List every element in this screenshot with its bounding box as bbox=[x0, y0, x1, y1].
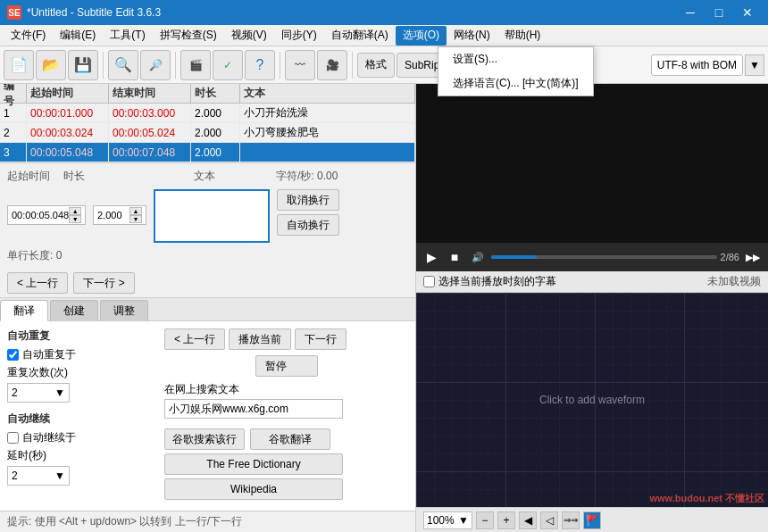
spell-check-button[interactable]: ✓ bbox=[213, 50, 243, 80]
zoom-minus-button[interactable]: − bbox=[476, 511, 494, 529]
row2-text: 小刀弯腰捡肥皂 bbox=[240, 123, 415, 142]
pause-button[interactable]: 暂停 bbox=[255, 355, 318, 377]
wf-nav-right[interactable]: ⇒⇒ bbox=[562, 511, 580, 529]
info-button[interactable]: ? bbox=[245, 50, 275, 80]
volume-button[interactable]: 🔊 bbox=[468, 247, 488, 267]
left-controls: 自动重复 自动重复于 重复次数(次) 2 ▼ bbox=[7, 328, 150, 503]
menu-help[interactable]: 帮助(H) bbox=[497, 26, 548, 46]
waveform-placeholder[interactable]: Click to add waveform bbox=[539, 394, 645, 406]
open-button[interactable]: 📂 bbox=[36, 50, 66, 80]
tab-create[interactable]: 创建 bbox=[50, 300, 98, 321]
zoom-select[interactable]: 100% ▼ bbox=[423, 511, 472, 529]
wikipedia-button[interactable]: Wikipedia bbox=[164, 478, 343, 500]
char-count-label: 单行长度: 0 bbox=[7, 249, 62, 262]
new-button[interactable]: 📄 bbox=[4, 50, 34, 80]
dur-up[interactable]: ▲ bbox=[129, 207, 142, 215]
tab-next-button[interactable]: 下一行 bbox=[295, 328, 346, 350]
delay-label: 延时(秒) bbox=[7, 449, 46, 461]
menu-network[interactable]: 网络(N) bbox=[447, 26, 497, 46]
maximize-button[interactable]: □ bbox=[705, 3, 732, 22]
menu-translate[interactable]: 自动翻译(A) bbox=[324, 26, 396, 46]
row1-text: 小刀开始洗澡 bbox=[240, 104, 415, 122]
repeat-count-select[interactable]: 2 ▼ bbox=[7, 383, 70, 403]
auto-break-button[interactable]: 自动换行 bbox=[277, 214, 339, 236]
menu-video[interactable]: 视频(V) bbox=[224, 26, 274, 46]
menu-spell[interactable]: 拼写检查(S) bbox=[153, 26, 224, 46]
encoding-label: UTF-8 with BOM bbox=[657, 59, 737, 71]
video-forward-button[interactable]: ▶▶ bbox=[743, 247, 763, 267]
dur-input[interactable]: 2.000 ▲ ▼ bbox=[93, 205, 146, 225]
no-video-label: 未加载视频 bbox=[707, 274, 761, 289]
app-icon: SE bbox=[7, 5, 21, 20]
progress-bar[interactable] bbox=[491, 255, 717, 259]
right-controls: < 上一行 播放当前 下一行 暂停 bbox=[164, 328, 408, 503]
menu-bar: 文件(F) 编辑(E) 工具(T) 拼写检查(S) 视频(V) 同步(Y) 自动… bbox=[0, 25, 768, 46]
cancel-break-button[interactable]: 取消换行 bbox=[277, 189, 339, 211]
waveform-button[interactable]: 〰 bbox=[285, 50, 315, 80]
table-row[interactable]: 3 00:00:05.048 00:00:07.048 2.000 bbox=[0, 143, 415, 162]
replace-button[interactable]: 🔎 bbox=[140, 50, 171, 80]
wf-nav-left[interactable]: ◁ bbox=[540, 511, 558, 529]
stop-button[interactable]: ■ bbox=[445, 247, 464, 267]
tab-translate[interactable]: 翻译 bbox=[0, 300, 48, 321]
start-time-up[interactable]: ▲ bbox=[69, 207, 81, 215]
auto-repeat-group: 自动重复 自动重复于 重复次数(次) 2 ▼ bbox=[7, 328, 150, 403]
waveform-checkbox-label: 选择当前播放时刻的字幕 bbox=[438, 274, 556, 289]
waveform-canvas[interactable]: Click to add waveform bbox=[416, 293, 768, 507]
row3-num: 3 bbox=[0, 143, 27, 162]
subtitle-select-checkbox[interactable] bbox=[423, 276, 435, 287]
free-dictionary-button[interactable]: The Free Dictionary bbox=[164, 453, 343, 475]
encoding-dropdown[interactable]: ▼ bbox=[745, 54, 764, 76]
bottom-tabs-area: 翻译 创建 调整 自动重复 自动重复于 重复次数(次) bbox=[0, 297, 415, 511]
google-search-button[interactable]: 谷歌搜索该行 bbox=[164, 428, 245, 450]
online-search-input[interactable] bbox=[164, 399, 343, 419]
google-translate-button[interactable]: 谷歌翻译 bbox=[250, 428, 330, 450]
subtitle-text-input[interactable] bbox=[154, 189, 270, 243]
dur-value: 2.000 bbox=[97, 210, 122, 220]
zoom-plus-button[interactable]: + bbox=[497, 511, 515, 529]
save-button[interactable]: 💾 bbox=[68, 50, 98, 80]
close-button[interactable]: ✕ bbox=[734, 3, 761, 22]
menu-sync[interactable]: 同步(Y) bbox=[274, 26, 324, 46]
auto-repeat-checkbox[interactable] bbox=[7, 349, 19, 361]
tab-prev-button[interactable]: < 上一行 bbox=[164, 328, 225, 350]
title-bar: SE *Untitled - Subtitle Edit 3.6.3 ─ □ ✕ bbox=[0, 0, 768, 25]
play-pause-button[interactable]: ▶ bbox=[422, 247, 441, 267]
next-button[interactable]: 下一行 > bbox=[73, 272, 134, 294]
video-screen[interactable] bbox=[416, 84, 768, 243]
auto-continue-title: 自动继续 bbox=[7, 411, 150, 427]
start-time-down[interactable]: ▼ bbox=[69, 215, 81, 223]
table-row[interactable]: 2 00:00:03.024 00:00:05.024 2.000 小刀弯腰捡肥… bbox=[0, 123, 415, 143]
language-item[interactable]: 选择语言(C)... [中文(简体)] bbox=[438, 71, 593, 96]
play-current-button[interactable]: 播放当前 bbox=[229, 328, 291, 350]
dur-label: 时长 bbox=[63, 169, 90, 184]
auto-continue-checkbox[interactable] bbox=[7, 432, 19, 444]
menu-edit[interactable]: 编辑(E) bbox=[53, 26, 103, 46]
video-tool-button[interactable]: 🎬 bbox=[180, 50, 211, 80]
menu-file[interactable]: 文件(F) bbox=[4, 26, 53, 46]
tab-adjust[interactable]: 调整 bbox=[100, 300, 148, 321]
menu-tools[interactable]: 工具(T) bbox=[103, 26, 152, 46]
format-button[interactable]: 格式 bbox=[357, 53, 395, 78]
settings-item[interactable]: 设置(S)... bbox=[438, 47, 593, 71]
row3-start: 00:00:05.048 bbox=[27, 143, 109, 162]
video-button[interactable]: 🎥 bbox=[317, 50, 347, 80]
edit-area: 起始时间 时长 文本 字符/秒: 0.00 00:00:05.048 ▲ ▼ 2… bbox=[0, 163, 415, 269]
text-edit-area: 取消换行 自动换行 bbox=[154, 189, 339, 243]
toolbar-separator-2 bbox=[175, 52, 176, 79]
menu-options[interactable]: 选项(O) bbox=[396, 26, 447, 46]
search-button[interactable]: 🔍 bbox=[108, 50, 138, 80]
subtitle-table: 编号 起始时间 结束时间 时长 文本 1 00:00:01.000 00:00:… bbox=[0, 84, 415, 163]
row1-end: 00:00:03.000 bbox=[109, 104, 191, 122]
repeat-count-label: 重复次数(次) bbox=[7, 366, 68, 378]
col-dur: 时长 bbox=[191, 84, 240, 103]
minimize-button[interactable]: ─ bbox=[677, 3, 704, 22]
wf-flag[interactable]: 🚩 bbox=[583, 511, 601, 529]
col-text: 文本 bbox=[240, 84, 415, 103]
table-row[interactable]: 1 00:00:01.000 00:00:03.000 2.000 小刀开始洗澡 bbox=[0, 104, 415, 123]
start-time-input[interactable]: 00:00:05.048 ▲ ▼ bbox=[7, 205, 86, 225]
wf-nav-start[interactable]: ◀ bbox=[519, 511, 537, 529]
delay-select[interactable]: 2 ▼ bbox=[7, 466, 70, 486]
dur-down[interactable]: ▼ bbox=[129, 215, 142, 223]
prev-button[interactable]: < 上一行 bbox=[7, 272, 68, 294]
